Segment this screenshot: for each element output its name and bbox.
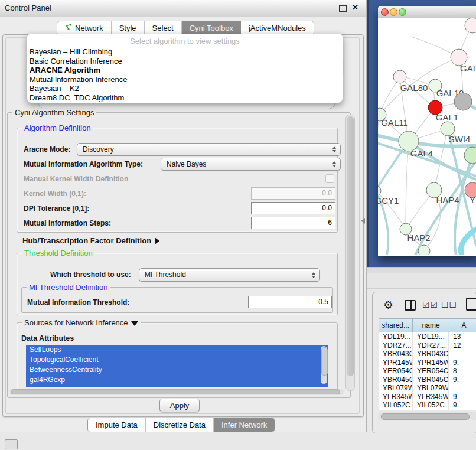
algorithm-dropdown-popup: Select algorithm to view settings Bayesi… (27, 34, 343, 103)
table-row[interactable]: YBL079WYBL079W (379, 384, 476, 393)
algorithm-option-bayesian-k2[interactable]: Bayesian – K2 (30, 84, 339, 93)
tab-cyni-toolbox[interactable]: Cyni Toolbox (182, 21, 241, 35)
table-row[interactable]: YIL052CYIL052C9. (379, 401, 476, 410)
algorithm-option-aracne-algorithm[interactable]: ARACNE Algorithm (30, 66, 339, 75)
gear-icon[interactable]: ⚙ (383, 298, 393, 312)
table-row[interactable]: YER054CYER054C8. (379, 367, 476, 376)
network-canvas[interactable]: GALGAL80GAL10GAL1GAL11SWI4GAL4GCY1HAP4YH… (378, 18, 476, 255)
table-cell: YIL052C (379, 401, 413, 410)
sources-group-title[interactable]: Sources for Network Inference (22, 318, 141, 327)
table-cell: YIL052C (413, 401, 449, 410)
table-cell: 9. (449, 376, 476, 384)
settings-horizontal-scrollbar[interactable] (9, 389, 344, 395)
page-icon[interactable] (466, 298, 476, 311)
mi-algorithm-type-label: Mutual Information Algorithm Type: (24, 160, 143, 168)
dpi-tolerance-input[interactable]: 0.0 (251, 202, 335, 214)
mi-steps-input[interactable]: 6 (251, 217, 335, 229)
table-cell: 9. (449, 358, 476, 367)
table-panel-window: ⚙ ☑☑ ☐☐ shared...nameAYDL19...YDL19...13… (372, 292, 476, 433)
table-cell: YBR045C (413, 376, 449, 384)
tab-jactivemnodules[interactable]: jActiveMNodules (241, 21, 314, 35)
mi-algorithm-type-combobox[interactable]: Naive Bayes (161, 158, 341, 171)
mac-zoom-button[interactable] (399, 8, 406, 16)
kernel-width-input[interactable]: 0.0 (251, 187, 335, 200)
tab-label: Style (119, 24, 136, 32)
column-header-name[interactable]: name (413, 319, 449, 332)
table-cell: YPR145W (413, 358, 449, 367)
minimized-panel-icon[interactable] (5, 439, 18, 449)
select-all-checkboxes-icon[interactable]: ☑☑ (422, 300, 438, 309)
mac-close-button[interactable] (381, 8, 389, 16)
which-threshold-value: MI Threshold (145, 270, 186, 279)
network-node[interactable] (464, 147, 476, 164)
table-cell: YDL19... (413, 332, 449, 341)
table-cell: YER054C (413, 367, 449, 376)
network-node-gcy1[interactable] (378, 185, 381, 196)
table-horizontal-scrollbar[interactable] (379, 412, 476, 420)
table-cell (449, 350, 476, 358)
tab-infer-network[interactable]: Infer Network (214, 418, 275, 432)
attribute-item-selfloops[interactable]: SelfLoops (26, 345, 328, 355)
manual-kernel-width-checkbox[interactable] (325, 174, 334, 183)
table-row[interactable]: YBR045CYBR045C9. (379, 376, 476, 384)
table-row[interactable]: YDL19...YDL19...13 (379, 332, 476, 341)
hub-definition-toggle[interactable]: Hub/Transcription Factor Definition (22, 236, 159, 245)
mac-minimize-button[interactable] (390, 8, 397, 16)
mi-algorithm-type-value: Naive Bayes (167, 160, 206, 168)
tab-network[interactable]: Network (57, 21, 112, 35)
apply-button[interactable]: Apply (159, 399, 200, 412)
float-window-icon[interactable] (339, 5, 347, 12)
which-threshold-label: Which threshold to use: (50, 270, 131, 279)
split-columns-icon[interactable] (405, 300, 416, 311)
tab-select[interactable]: Select (145, 21, 182, 35)
which-threshold-combobox[interactable]: MI Threshold (139, 268, 320, 282)
attribute-item-betweennesscentrality[interactable]: BetweennessCentrality (26, 365, 328, 375)
table-row[interactable]: YBR043CYBR043C (379, 350, 476, 358)
spinner-arrows-icon (312, 272, 315, 278)
network-node-gal80[interactable] (393, 70, 406, 83)
network-node[interactable] (418, 245, 430, 255)
table-cell (449, 384, 476, 393)
settings-group-title: Cyni Algorithm Settings (12, 108, 96, 117)
column-header-shared[interactable]: shared... (379, 319, 413, 332)
panel-collapse-arrow-icon[interactable] (361, 218, 365, 224)
network-node[interactable] (454, 93, 472, 110)
table-row[interactable]: YLR345WYLR345W9. (379, 393, 476, 402)
settings-vertical-scrollbar[interactable] (345, 115, 355, 391)
tab-label: Network (75, 24, 103, 32)
node-attribute-table: shared...nameAYDL19...YDL19...13YDR27...… (379, 318, 476, 410)
aracne-mode-label: Aracne Mode: (24, 145, 70, 154)
table-panel-titlebar[interactable]: Table Panel (367, 273, 476, 289)
algorithm-option-mutual-information-inference[interactable]: Mutual Information Inference (30, 75, 339, 84)
table-cell: YLR345W (379, 393, 413, 402)
tab-impute-data[interactable]: Impute Data (88, 418, 146, 432)
control-panel-titlebar[interactable]: Control Panel ✕ (0, 0, 366, 17)
mi-threshold-definition-title: MI Threshold Definition (27, 283, 110, 292)
network-node[interactable] (465, 18, 476, 33)
table-cell: YDL19... (379, 332, 413, 341)
table-cell: YLR345W (413, 393, 449, 402)
node-label: SWI4 (449, 134, 471, 144)
attribute-item-topologicalcoefficient[interactable]: TopologicalCoefficient (26, 355, 328, 365)
threshold-definition-title: Threshold Definition (22, 249, 95, 257)
close-icon[interactable]: ✕ (352, 3, 358, 12)
table-cell: YBL079W (379, 384, 413, 393)
aracne-mode-combobox[interactable]: Discovery (77, 143, 341, 156)
table-row[interactable]: YPR145WYPR145W9. (379, 358, 476, 367)
tab-style[interactable]: Style (112, 21, 145, 35)
algorithm-option-dream8-dc-tdc-algorithm[interactable]: Dream8 DC_TDC Algorithm (30, 93, 339, 103)
tab-discretize-data[interactable]: Discretize Data (146, 418, 214, 432)
algorithm-option-bayesian-hill-climbing[interactable]: Bayesian – Hill Climbing (30, 47, 339, 57)
attribute-item-gal4rgexp[interactable]: gal4RGexp (26, 375, 328, 385)
attributes-list-scrollbar[interactable] (321, 346, 327, 384)
deselect-all-checkboxes-icon[interactable]: ☐☐ (441, 300, 457, 309)
column-header-a[interactable]: A (449, 319, 476, 332)
table-cell: YDR27... (379, 341, 413, 350)
node-label: Y (470, 195, 475, 205)
algorithm-option-basic-correlation-inference[interactable]: Basic Correlation Inference (30, 57, 339, 66)
kernel-width-label: Kernel Width (0,1): (24, 190, 86, 198)
mi-threshold-input[interactable]: 0.5 (248, 296, 332, 308)
cyni-mode-tab-bar: Impute DataDiscretize DataInfer Network (87, 418, 275, 432)
table-row[interactable]: YDR27...YDR27...12 (379, 341, 476, 350)
table-cell: 12 (449, 341, 476, 350)
